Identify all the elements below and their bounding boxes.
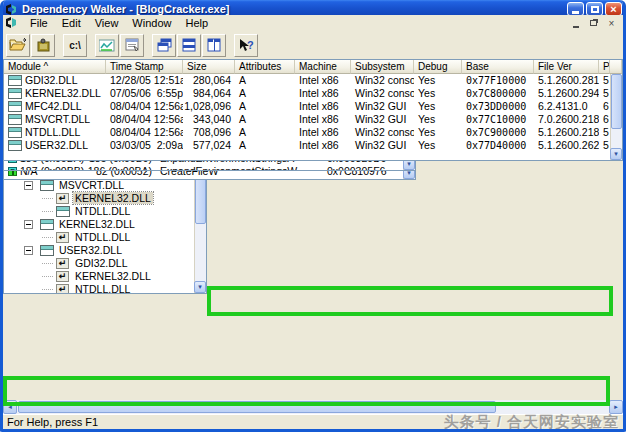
mdi-close-button[interactable]: × — [604, 17, 619, 30]
tree-item-label: GDI32.DLL — [73, 257, 130, 269]
cell: NTDLL.DLL — [4, 126, 106, 139]
context-help-button[interactable]: ? — [234, 34, 258, 57]
cell: 187 (0x00BB) — [4, 165, 86, 170]
scroll-thumb[interactable] — [611, 74, 622, 129]
tree-item-kernel32-dll[interactable]: KERNEL32.DLL — [4, 218, 194, 231]
tree-connector — [42, 237, 53, 238]
tile-vertical-button[interactable] — [202, 34, 226, 57]
cell: A — [235, 100, 295, 113]
close-button[interactable]: × — [605, 2, 622, 16]
column-header-p[interactable]: P — [599, 60, 610, 74]
menu-edit[interactable]: Edit — [55, 16, 88, 30]
cell: MFC42.DLL — [4, 100, 106, 113]
tree-item-kernel32-dll[interactable]: KERNEL32.DLL — [4, 192, 194, 205]
cascade-windows-button[interactable] — [152, 34, 176, 57]
column-header-time-stamp[interactable]: Time Stamp — [106, 60, 183, 74]
cell: 0x7C81DD9A — [323, 178, 403, 179]
modules-body: GDI32.DLL12/28/05 12:51a280,064AIntel x8… — [4, 74, 610, 160]
tree-expander[interactable] — [24, 181, 33, 190]
tree-item-user32-dll[interactable]: USER32.DLL — [4, 244, 194, 257]
modules-header: Module ^Time StampSizeAttributesMachineS… — [4, 60, 622, 74]
tree-item-ntdll-dll[interactable]: NTDLL.DLL — [4, 283, 194, 293]
mdi-minimize-button[interactable] — [568, 17, 583, 30]
cell: 5 — [599, 139, 610, 152]
duplicate-module-icon — [56, 232, 69, 243]
duplicate-module-icon — [56, 284, 69, 293]
import-row[interactable]: N/A97 (0x0061)CreatePipe0x7C81DD9A — [4, 178, 403, 179]
scroll-down-button[interactable]: ▾ — [610, 148, 622, 160]
dependency-walker-window: Dependency Walker - [BlogCracker.exe] × … — [0, 0, 626, 432]
cell: Win32 GUI — [351, 139, 414, 152]
module-row[interactable]: MSVCRT.DLL08/04/04 12:56a343,040AIntel x… — [4, 113, 610, 126]
view-full-paths-button[interactable]: c:\ — [63, 34, 87, 57]
cell: Intel x86 — [295, 74, 351, 87]
modules-vscrollbar[interactable]: ▴▾ — [610, 60, 622, 160]
configure-viewer-button[interactable] — [120, 34, 144, 57]
export-row[interactable]: 187 (0x00BB)186 (0x00BA)ExpandEnvironmen… — [4, 165, 403, 170]
menu-file[interactable]: File — [23, 16, 55, 30]
column-header-size[interactable]: Size — [183, 60, 235, 74]
cascade-icon — [157, 38, 172, 52]
cell: 08/04/04 12:56a — [106, 113, 183, 126]
modules-panel: Module ^Time StampSizeAttributesMachineS… — [3, 59, 623, 161]
cell: 03/03/05 2:09a — [106, 139, 183, 152]
tree-item-msvcrt-dll[interactable]: MSVCRT.DLL — [4, 179, 194, 192]
module-row[interactable]: KERNEL32.DLL07/05/06 6:55p984,064AIntel … — [4, 87, 610, 100]
cell: 0x000305F6 — [323, 165, 403, 170]
tree-item-gdi32-dll[interactable]: GDI32.DLL — [4, 257, 194, 270]
column-header-debug[interactable]: Debug — [414, 60, 462, 74]
module-row[interactable]: NTDLL.DLL08/04/04 12:56a708,096AIntel x8… — [4, 126, 610, 139]
save-button[interactable] — [31, 34, 55, 57]
cell: 0x77F10000 — [462, 74, 534, 87]
cell: 12/28/05 12:51a — [106, 74, 183, 87]
tile-vertical-icon — [207, 38, 221, 52]
module-row[interactable]: GDI32.DLL12/28/05 12:51a280,064AIntel x8… — [4, 74, 610, 87]
minimize-button[interactable] — [567, 2, 584, 16]
scroll-left-button[interactable]: ◂ — [3, 400, 17, 414]
maximize-button[interactable] — [586, 2, 603, 16]
column-header-file-ver[interactable]: File Ver — [534, 60, 599, 74]
column-header-base[interactable]: Base — [462, 60, 534, 74]
statusbar: For Help, press F1 头条号 / 合天网安实验室 — [3, 414, 623, 429]
cell: N/A — [4, 178, 86, 179]
undecorate-functions-button[interactable] — [95, 34, 119, 57]
cell: Win32 console — [351, 74, 414, 87]
mdi-restore-button[interactable] — [586, 17, 601, 30]
tree-expander[interactable] — [24, 220, 33, 229]
open-file-button[interactable] — [6, 34, 30, 57]
scroll-down-button[interactable]: ▾ — [194, 281, 206, 293]
menu-view[interactable]: View — [88, 16, 126, 30]
column-header-machine[interactable]: Machine — [295, 60, 351, 74]
tree-item-kernel32-dll[interactable]: KERNEL32.DLL — [4, 270, 194, 283]
column-header-module-[interactable]: Module ^ — [4, 60, 106, 74]
cell: 5 — [599, 126, 610, 139]
menu-items: FileEditViewWindowHelp — [23, 16, 568, 30]
mdi-document-icon[interactable] — [5, 17, 19, 30]
tree-item-ntdll-dll[interactable]: NTDLL.DLL — [4, 205, 194, 218]
tree-item-label: MSVCRT.DLL — [57, 179, 126, 191]
cell: ExpandEnvironmentStringsW — [156, 165, 323, 170]
tree-expander[interactable] — [24, 246, 33, 255]
menu-window[interactable]: Window — [125, 16, 178, 30]
column-header-subsystem[interactable]: Subsystem — [351, 60, 414, 74]
menu-help[interactable]: Help — [178, 16, 215, 30]
cell: MSVCRT.DLL — [4, 113, 106, 126]
cell: Yes — [414, 87, 462, 100]
module-icon — [40, 245, 54, 256]
cell: Yes — [414, 113, 462, 126]
module-row[interactable]: USER32.DLL03/03/05 2:09a577,024AIntel x8… — [4, 139, 610, 152]
module-row[interactable]: MFC42.DLL08/04/04 12:56a1,028,096AIntel … — [4, 100, 610, 113]
scroll-thumb[interactable] — [18, 401, 496, 413]
cell: Intel x86 — [295, 126, 351, 139]
cell: 0x7C800000 — [462, 87, 534, 100]
column-header-attributes[interactable]: Attributes — [235, 60, 295, 74]
open-folder-icon — [9, 38, 27, 52]
cell: 343,040 — [183, 113, 235, 126]
tile-horizontal-button[interactable] — [177, 34, 201, 57]
cell: 07/05/06 6:55p — [106, 87, 183, 100]
tree-item-label: KERNEL32.DLL — [57, 218, 137, 230]
cell: 6 — [599, 100, 610, 113]
tree-item-ntdll-dll[interactable]: NTDLL.DLL — [4, 231, 194, 244]
tree-item-label: NTDLL.DLL — [73, 231, 132, 243]
tree-connector — [42, 263, 53, 264]
